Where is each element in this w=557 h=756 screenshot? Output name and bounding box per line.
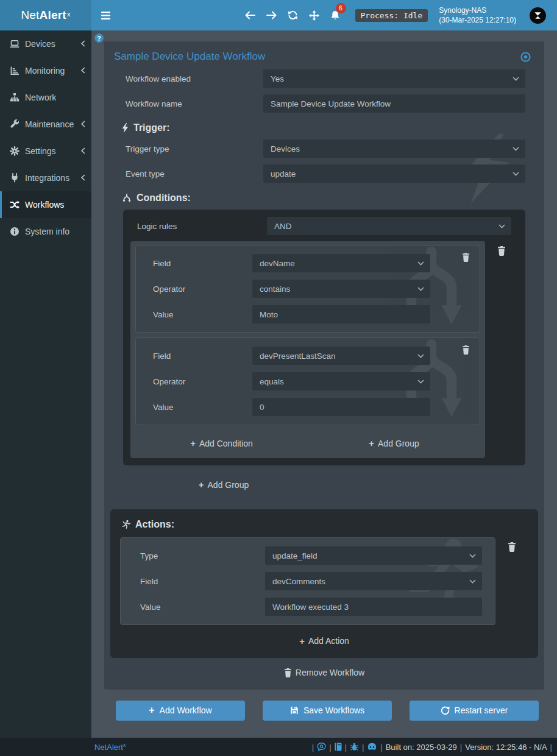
event-type-select[interactable]: update <box>263 164 525 183</box>
bolt-icon <box>122 123 129 133</box>
sidebar-item-settings[interactable]: Settings <box>0 138 91 164</box>
chevron-down-icon <box>469 554 476 558</box>
sidebar-item-devices[interactable]: Devices <box>0 30 91 57</box>
bug-report-icon[interactable] <box>350 743 359 751</box>
save-workflows-button[interactable]: Save Workflows <box>263 701 392 721</box>
move-icon <box>309 10 319 21</box>
split-arrows-icon <box>122 193 132 203</box>
move-button[interactable] <box>309 10 319 21</box>
chevron-down-icon <box>469 579 476 584</box>
condition-group-body: Field devName Operator contains <box>130 241 518 458</box>
action-field-row: Field devComments <box>128 572 488 590</box>
chevron-down-icon <box>513 77 519 81</box>
sidebar-item-network[interactable]: Network <box>0 84 91 111</box>
select-value: devPresentLastScan <box>260 352 336 361</box>
condition-row: Field devName Operator contains <box>135 245 480 333</box>
chevron-left-icon <box>81 39 85 49</box>
separator: | <box>329 743 331 752</box>
condition-field-select[interactable]: devPresentLastScan <box>252 347 430 365</box>
chevron-left-icon <box>81 146 85 156</box>
action-value-row: Value Workflow executed 3 <box>128 598 488 616</box>
add-group-button-outer[interactable]: +Add Group <box>199 479 249 490</box>
delete-condition-icon[interactable] <box>462 345 470 355</box>
select-value: Yes <box>271 74 284 83</box>
logic-rules-row: Logic rules AND <box>130 217 518 235</box>
hamburger-icon <box>101 12 110 19</box>
select-value: update_field <box>272 551 318 560</box>
runner-icon <box>121 520 130 529</box>
select-value: update <box>271 169 296 178</box>
help-icon[interactable]: ? <box>94 34 104 43</box>
condition-group: Logic rules AND Field devName <box>123 210 525 465</box>
workflow-title: Sample Device Update Workflow <box>114 51 265 63</box>
input-value: Sample Device Update Workflow <box>271 99 391 108</box>
footer-brand[interactable]: NetAlertx <box>94 742 126 752</box>
add-workflow-button[interactable]: + Add Workflow <box>116 701 245 721</box>
sidebar-item-maintenance[interactable]: Maintenance <box>0 111 91 138</box>
navbar: 6 Process: Idle Synology-NAS (30-Mar-202… <box>91 0 557 30</box>
docs-book-icon[interactable] <box>335 743 342 751</box>
sidebar-item-label: Integrations <box>25 173 69 183</box>
refresh-button[interactable] <box>288 10 298 21</box>
value-row: Value 0 <box>143 398 472 416</box>
sidebar-item-label: Maintenance <box>25 119 74 129</box>
bottom-buttons: + Add Workflow Save Workflows Restart se… <box>116 701 539 721</box>
add-condition-button[interactable]: +Add Condition <box>190 438 253 448</box>
user-avatar[interactable] <box>530 7 546 24</box>
chevron-down-icon <box>417 287 424 291</box>
condition-field-select[interactable]: devName <box>252 254 430 272</box>
restart-server-button[interactable]: Restart server <box>410 701 539 721</box>
condition-row: Field devPresentLastScan Operator equals <box>135 337 480 425</box>
condition-value-input[interactable]: 0 <box>252 398 430 416</box>
workflow-enabled-row: Workflow enabled Yes <box>114 69 534 88</box>
chevron-left-icon <box>81 119 85 129</box>
input-value: 0 <box>260 403 264 412</box>
condition-add-row: +Add Condition +Add Group <box>135 430 480 457</box>
sidebar-item-workflows[interactable]: Workflows <box>0 191 91 218</box>
conditions-heading: Conditions: <box>114 193 534 203</box>
forward-button[interactable] <box>266 10 277 21</box>
logic-rules-select[interactable]: AND <box>267 217 511 235</box>
brand-sup: x <box>67 10 71 18</box>
plus-icon: + <box>190 438 196 448</box>
select-value: AND <box>274 222 292 231</box>
sidebar-toggle-button[interactable] <box>91 0 120 30</box>
delete-action-icon[interactable] <box>508 542 516 625</box>
event-type-row: Event type update <box>114 164 534 183</box>
app-logo[interactable]: NetAlertx <box>0 0 91 30</box>
chevron-down-icon <box>513 147 519 151</box>
sidebar-item-monitoring[interactable]: Monitoring <box>0 57 91 84</box>
value-label: Value <box>143 403 252 412</box>
action-type-select[interactable]: update_field <box>265 546 482 565</box>
sidebar-item-integrations[interactable]: Integrations <box>0 164 91 191</box>
notifications-button[interactable]: 6 <box>330 10 341 21</box>
add-action-button[interactable]: +Add Action <box>299 636 349 646</box>
delete-condition-icon[interactable] <box>462 253 470 262</box>
action-value-input[interactable]: Workflow executed 3 <box>265 598 482 616</box>
chart-icon <box>10 66 20 76</box>
workflow-name-input[interactable]: Sample Device Update Workflow <box>263 94 525 113</box>
add-group-button[interactable]: +Add Group <box>369 438 419 448</box>
feedback-chat-icon[interactable] <box>317 743 326 751</box>
input-value: Moto <box>260 310 278 319</box>
condition-operator-select[interactable]: equals <box>252 372 430 390</box>
delete-group-icon[interactable] <box>497 246 506 458</box>
condition-operator-select[interactable]: contains <box>252 280 430 298</box>
back-button[interactable] <box>245 10 255 21</box>
discord-icon[interactable] <box>367 743 377 751</box>
brand-net: Net <box>21 9 39 22</box>
footer-version: Version: 12:25:46 - N/A <box>465 743 547 752</box>
circle-dot-icon[interactable] <box>520 52 531 62</box>
chevron-down-icon <box>417 354 424 358</box>
sidebar-item-label: System info <box>25 227 69 236</box>
condition-value-input[interactable]: Moto <box>252 305 430 323</box>
workflow-enabled-select[interactable]: Yes <box>263 69 525 88</box>
trigger-type-select[interactable]: Devices <box>263 140 525 158</box>
action-field-select[interactable]: devComments <box>265 572 482 590</box>
remove-workflow-button[interactable]: Remove Workflow <box>284 668 364 677</box>
sidebar-item-label: Monitoring <box>25 66 65 76</box>
chevron-left-icon <box>81 66 85 76</box>
sidebar-item-system-info[interactable]: System info <box>0 218 91 245</box>
chevron-down-icon <box>498 224 505 228</box>
operator-row: Operator equals <box>143 372 472 390</box>
